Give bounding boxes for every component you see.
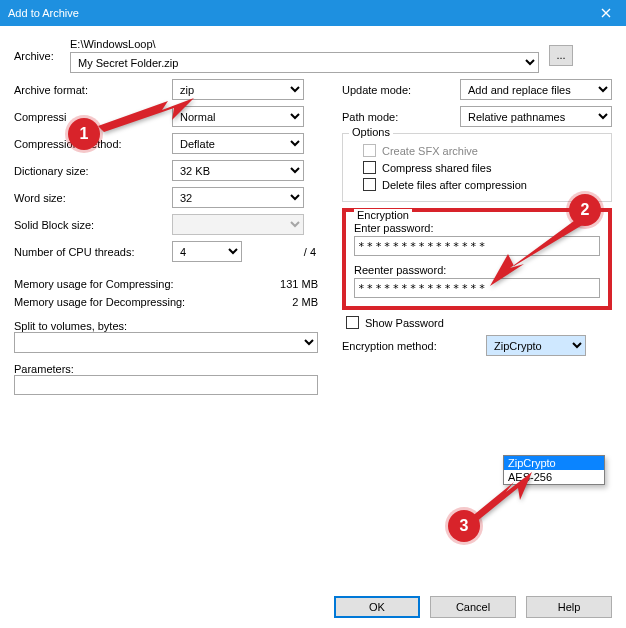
dialog-buttons: OK Cancel Help — [334, 596, 612, 618]
archive-label: Archive: — [14, 50, 70, 62]
close-icon — [601, 8, 611, 18]
cpu-threads-label: Number of CPU threads: — [14, 246, 172, 258]
create-sfx-label: Create SFX archive — [382, 145, 478, 157]
encryption-method-label: Encryption method: — [342, 340, 486, 352]
archive-file-combo[interactable]: My Secret Folder.zip — [70, 52, 539, 73]
cpu-threads-max: / 4 — [242, 246, 318, 258]
help-button[interactable]: Help — [526, 596, 612, 618]
compress-shared-label: Compress shared files — [382, 162, 491, 174]
show-password-checkbox[interactable] — [346, 316, 359, 329]
word-size-label: Word size: — [14, 192, 172, 204]
browse-button[interactable]: ... — [549, 45, 573, 66]
dictionary-size-combo[interactable]: 32 KB — [172, 160, 304, 181]
delete-after-label: Delete files after compression — [382, 179, 527, 191]
cancel-button[interactable]: Cancel — [430, 596, 516, 618]
annotation-arrow-1 — [98, 96, 198, 136]
split-volumes-label: Split to volumes, bytes: — [14, 320, 318, 332]
window-title: Add to Archive — [8, 7, 79, 19]
svg-marker-0 — [98, 98, 194, 132]
encryption-legend: Encryption — [354, 209, 412, 221]
svg-marker-1 — [490, 218, 584, 286]
annotation-arrow-3 — [470, 472, 540, 522]
update-mode-label: Update mode: — [342, 84, 460, 96]
solid-block-label: Solid Block size: — [14, 219, 172, 231]
titlebar: Add to Archive — [0, 0, 626, 26]
update-mode-combo[interactable]: Add and replace files — [460, 79, 612, 100]
solid-block-combo[interactable] — [172, 214, 304, 235]
options-group: Options Create SFX archive Compress shar… — [342, 133, 612, 202]
path-mode-combo[interactable]: Relative pathnames — [460, 106, 612, 127]
create-sfx-checkbox — [363, 144, 376, 157]
compression-method-combo[interactable]: Deflate — [172, 133, 304, 154]
encryption-option-zipcrypto[interactable]: ZipCrypto — [504, 456, 604, 470]
parameters-input[interactable] — [14, 375, 318, 395]
options-legend: Options — [349, 126, 393, 138]
close-button[interactable] — [586, 0, 626, 26]
annotation-badge-1: 1 — [68, 118, 100, 150]
mem-decompress-label: Memory usage for Decompressing: — [14, 296, 292, 308]
mem-decompress-value: 2 MB — [292, 296, 318, 308]
svg-marker-2 — [470, 472, 532, 522]
compress-shared-checkbox[interactable] — [363, 161, 376, 174]
archive-path: E:\WindowsLoop\ — [70, 38, 539, 50]
split-volumes-combo[interactable] — [14, 332, 318, 353]
show-password-label: Show Password — [365, 317, 444, 329]
word-size-combo[interactable]: 32 — [172, 187, 304, 208]
ok-button[interactable]: OK — [334, 596, 420, 618]
dictionary-size-label: Dictionary size: — [14, 165, 172, 177]
cpu-threads-combo[interactable]: 4 — [172, 241, 242, 262]
mem-compress-label: Memory usage for Compressing: — [14, 278, 280, 290]
delete-after-checkbox[interactable] — [363, 178, 376, 191]
parameters-label: Parameters: — [14, 363, 318, 375]
annotation-badge-3: 3 — [448, 510, 480, 542]
path-mode-label: Path mode: — [342, 111, 460, 123]
encryption-method-combo[interactable]: ZipCrypto — [486, 335, 586, 356]
mem-compress-value: 131 MB — [280, 278, 318, 290]
annotation-badge-2: 2 — [569, 194, 601, 226]
archive-format-label: Archive format: — [14, 84, 172, 96]
annotation-arrow-2 — [490, 218, 590, 288]
